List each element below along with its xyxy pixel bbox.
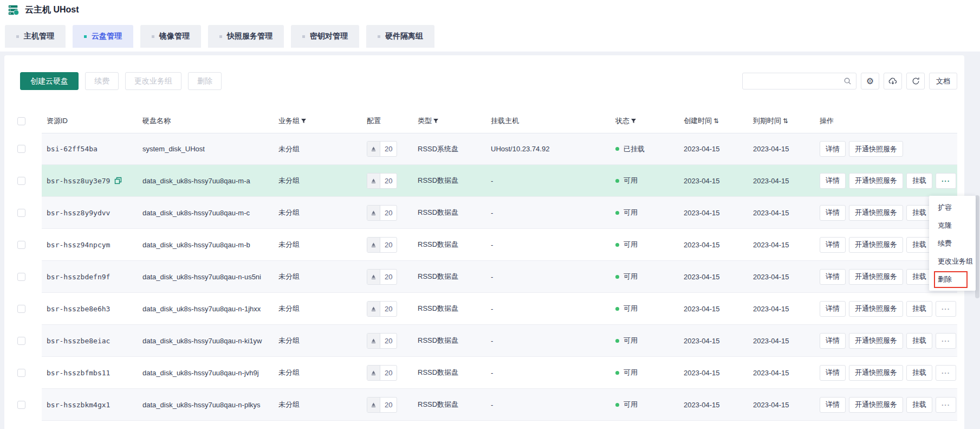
row-body: bsr-hssz8uy3e79 data_disk_uk8s-hssy7uu8q…	[42, 165, 957, 197]
row-action-button[interactable]: 开通快照服务	[849, 269, 903, 285]
select-all-cell	[17, 117, 42, 125]
row-action-button[interactable]: 挂载	[906, 365, 932, 381]
business-group-cell: 未分组	[278, 208, 357, 217]
resource-id: bsr-hsszbe8eiac	[47, 337, 110, 345]
row-action-button[interactable]: 挂载	[906, 237, 932, 253]
row-action-button[interactable]: 开通快照服务	[849, 365, 903, 381]
menu-item-label: 续费	[938, 239, 952, 248]
column-header-status[interactable]: 状态	[615, 116, 684, 126]
row-checkbox[interactable]	[17, 209, 25, 217]
tab-硬件隔离组[interactable]: 硬件隔离组	[366, 25, 434, 48]
context-menu-item[interactable]: 更改业务组	[929, 252, 976, 270]
tab-镜像管理[interactable]: 镜像管理	[140, 25, 201, 48]
row-action-button[interactable]: 详情	[820, 237, 846, 253]
docs-button[interactable]: 文档	[929, 73, 957, 89]
attached-host-cell: -	[491, 273, 615, 281]
row-action-button[interactable]: 详情	[820, 301, 846, 317]
header-band: 云主机 UHost 主机管理 云盘管理 镜像管理 快照服务管理 密钥对管理 硬件…	[0, 0, 980, 52]
filter-funnel-icon[interactable]	[433, 119, 438, 124]
row-checkbox[interactable]	[17, 401, 25, 409]
row-checkbox[interactable]	[17, 241, 25, 249]
context-menu-item[interactable]: 续费	[929, 234, 976, 252]
select-all-checkbox[interactable]	[17, 117, 25, 125]
business-group: 未分组	[278, 176, 300, 185]
row-action-button[interactable]: 挂载	[906, 205, 932, 221]
table-row: bsr-hssz8uy3e79 data_disk_uk8s-hssy7uu8q…	[17, 165, 957, 197]
row-action-button[interactable]: 详情	[820, 269, 846, 285]
row-action-button[interactable]: 挂载	[906, 269, 932, 285]
tab-密钥对管理[interactable]: 密钥对管理	[291, 25, 359, 48]
row-action-button[interactable]: 开通快照服务	[849, 397, 903, 413]
row-action-button[interactable]: 详情	[820, 205, 846, 221]
row-action-button[interactable]: 挂载	[906, 397, 932, 413]
context-menu-item[interactable]: 扩容	[929, 199, 976, 216]
row-action-button[interactable]: 详情	[820, 397, 846, 413]
context-menu-item[interactable]: 删除	[929, 270, 976, 288]
delete-button[interactable]: 删除	[188, 72, 222, 90]
disk-size-badge: 20	[367, 301, 397, 317]
row-action-button[interactable]: 开通快照服务	[849, 173, 903, 189]
row-action-button[interactable]: 详情	[820, 173, 846, 189]
filter-funnel-icon[interactable]	[301, 119, 306, 124]
expire-date-cell: 2023-04-15	[753, 273, 820, 281]
tab-主机管理[interactable]: 主机管理	[5, 25, 66, 48]
row-body: bsr-hsszbe8e6h3 data_disk_uk8s-hssy7uu8q…	[42, 293, 957, 325]
row-checkbox[interactable]	[17, 273, 25, 281]
sort-arrows-icon[interactable]: ⇅	[783, 117, 788, 125]
row-checkbox[interactable]	[17, 145, 25, 153]
tab-label: 主机管理	[24, 31, 54, 41]
column-header-created[interactable]: 创建时间 ⇅	[684, 116, 753, 126]
row-checkbox[interactable]	[17, 337, 25, 345]
sort-arrows-icon[interactable]: ⇅	[713, 117, 719, 125]
row-action-button[interactable]: 开通快照服务	[849, 333, 903, 349]
more-actions-button[interactable]: ···	[936, 301, 956, 317]
tab-快照服务管理[interactable]: 快照服务管理	[208, 25, 284, 48]
row-action-button[interactable]: 开通快照服务	[849, 301, 903, 317]
row-action-button[interactable]: 详情	[820, 365, 846, 381]
status-cell: 可用	[615, 304, 684, 313]
vertical-scrollbar-thumb[interactable]	[975, 195, 979, 298]
disk-type-cell: RSSD数据盘	[418, 368, 491, 377]
filter-funnel-icon[interactable]	[631, 119, 636, 124]
change-business-group-button[interactable]: 更改业务组	[125, 72, 181, 90]
row-action-button[interactable]: 挂载	[906, 301, 932, 317]
created-date: 2023-04-15	[684, 209, 720, 217]
tab-云盘管理[interactable]: 云盘管理	[73, 25, 133, 48]
row-action-button[interactable]: 开通快照服务	[849, 141, 903, 157]
row-checkbox[interactable]	[17, 177, 25, 185]
row-action-button[interactable]: 开通快照服务	[849, 205, 903, 221]
row-checkbox[interactable]	[17, 305, 25, 313]
renew-button[interactable]: 续费	[85, 72, 119, 90]
row-action-button[interactable]: 详情	[820, 333, 846, 349]
menu-item-label: 更改业务组	[938, 257, 973, 266]
column-label: 硬盘名称	[142, 116, 171, 126]
row-action-button[interactable]: 详情	[820, 141, 846, 157]
row-action-button[interactable]: 挂载	[906, 173, 932, 189]
settings-button[interactable]: ⚙	[861, 73, 879, 89]
column-header-type[interactable]: 类型	[418, 116, 491, 126]
create-disk-button[interactable]: 创建云硬盘	[20, 72, 79, 90]
more-actions-button[interactable]: ···	[936, 397, 956, 413]
copy-icon[interactable]	[114, 177, 122, 184]
created-date: 2023-04-15	[684, 177, 720, 185]
row-checkbox[interactable]	[17, 369, 25, 377]
column-label: 业务组	[278, 116, 300, 126]
download-button[interactable]	[884, 73, 902, 89]
row-action-button[interactable]: 挂载	[906, 333, 932, 349]
more-actions-button[interactable]: ···	[936, 333, 956, 349]
refresh-button[interactable]	[906, 73, 925, 89]
resource-id: bsr-hsszbfmbs11	[47, 369, 110, 377]
business-group-cell: 未分组	[278, 240, 357, 249]
context-menu-item[interactable]: 克隆	[929, 216, 976, 234]
column-header-group[interactable]: 业务组	[278, 116, 357, 126]
search-input[interactable]	[742, 73, 856, 89]
page-title: 云主机 UHost	[25, 4, 79, 16]
row-action-button[interactable]: 开通快照服务	[849, 237, 903, 253]
more-actions-button[interactable]: ···	[936, 173, 956, 189]
column-header-expire[interactable]: 到期时间 ⇅	[753, 116, 820, 126]
more-actions-button[interactable]: ···	[936, 365, 956, 381]
row-select-cell	[17, 133, 42, 165]
toolbar-right: ⚙ 文档	[742, 73, 957, 89]
menu-item-label: 删除	[938, 274, 952, 284]
created-date-cell: 2023-04-15	[684, 401, 753, 409]
